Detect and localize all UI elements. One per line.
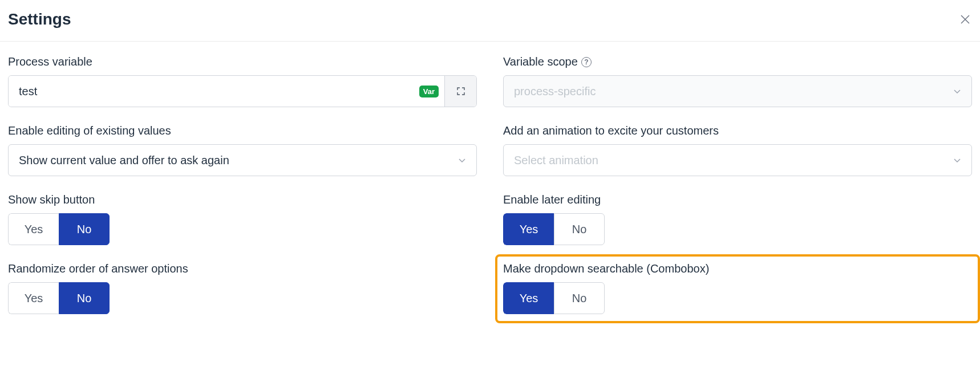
settings-content: Process variable Var Enable editing of e… [0, 42, 980, 328]
help-icon[interactable]: ? [581, 57, 592, 67]
searchable-yes-button[interactable]: Yes [503, 282, 554, 314]
variable-scope-label: Variable scope ? [503, 55, 972, 68]
randomize-label: Randomize order of answer options [8, 262, 477, 275]
settings-header: Settings [0, 0, 980, 42]
searchable-label: Make dropdown searchable (Combobox) [503, 262, 972, 275]
animation-label: Add an animation to excite your customer… [503, 124, 972, 137]
enable-later-toggle: Yes No [503, 213, 972, 245]
show-skip-group: Show skip button Yes No [8, 193, 477, 245]
chevron-down-icon [953, 156, 961, 164]
process-variable-group: Process variable Var [8, 55, 477, 107]
left-column: Process variable Var Enable editing of e… [8, 55, 477, 314]
expand-button[interactable] [444, 76, 476, 107]
animation-placeholder: Select animation [514, 154, 598, 167]
show-skip-label: Show skip button [8, 193, 477, 206]
process-variable-input-wrapper: Var [8, 75, 477, 107]
expand-icon [456, 87, 465, 96]
close-button[interactable] [958, 13, 972, 26]
animation-select[interactable]: Select animation [503, 144, 972, 176]
animation-group: Add an animation to excite your customer… [503, 124, 972, 176]
randomize-group: Randomize order of answer options Yes No [8, 262, 477, 314]
randomize-toggle: Yes No [8, 282, 477, 314]
page-title: Settings [8, 10, 71, 29]
variable-scope-label-text: Variable scope [503, 55, 578, 68]
enable-later-no-button[interactable]: No [554, 213, 605, 245]
enable-editing-value: Show current value and offer to ask agai… [19, 154, 229, 167]
var-badge: Var [419, 86, 439, 97]
enable-later-yes-button[interactable]: Yes [503, 213, 554, 245]
enable-editing-group: Enable editing of existing values Show c… [8, 124, 477, 176]
enable-editing-label: Enable editing of existing values [8, 124, 477, 137]
process-variable-label: Process variable [8, 55, 477, 68]
variable-scope-group: Variable scope ? process-specific [503, 55, 972, 107]
searchable-no-button[interactable]: No [554, 282, 605, 314]
enable-later-label: Enable later editing [503, 193, 972, 206]
process-variable-input[interactable] [9, 76, 419, 107]
chevron-down-icon [458, 156, 466, 164]
variable-scope-placeholder: process-specific [514, 85, 596, 98]
searchable-highlight: Make dropdown searchable (Combobox) Yes … [495, 254, 980, 323]
randomize-yes-button[interactable]: Yes [8, 282, 59, 314]
right-column: Variable scope ? process-specific Add an… [503, 55, 972, 314]
show-skip-toggle: Yes No [8, 213, 477, 245]
searchable-toggle: Yes No [503, 282, 972, 314]
enable-later-group: Enable later editing Yes No [503, 193, 972, 245]
randomize-no-button[interactable]: No [59, 282, 110, 314]
close-icon [960, 14, 970, 25]
show-skip-no-button[interactable]: No [59, 213, 110, 245]
show-skip-yes-button[interactable]: Yes [8, 213, 59, 245]
enable-editing-select[interactable]: Show current value and offer to ask agai… [8, 144, 477, 176]
chevron-down-icon [953, 87, 961, 95]
variable-scope-select[interactable]: process-specific [503, 75, 972, 107]
searchable-group: Make dropdown searchable (Combobox) Yes … [503, 262, 972, 314]
